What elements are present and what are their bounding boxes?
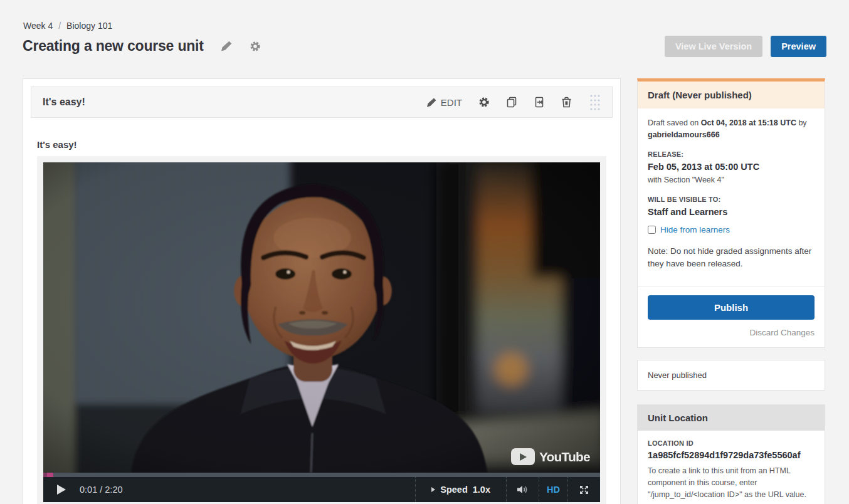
- speed-control[interactable]: Speed 1.0x: [415, 477, 506, 502]
- draft-saved-connector: by: [796, 118, 807, 127]
- release-date: Feb 05, 2013 at 05:00 UTC: [648, 160, 815, 174]
- component-settings-gear-icon[interactable]: [478, 97, 490, 108]
- edit-button[interactable]: EDIT: [427, 97, 462, 108]
- youtube-logo-icon: [511, 448, 535, 465]
- draft-saved-user: gabrieldamours666: [648, 130, 720, 139]
- hide-from-learners-row[interactable]: Hide from learners: [648, 224, 815, 236]
- youtube-logo-text: YouTube: [539, 449, 590, 465]
- unit-location-body: LOCATION ID 1a985fcf52894d1f9729da73fe55…: [638, 431, 825, 504]
- draft-status-box: Draft (Never published) Draft saved on O…: [637, 78, 825, 348]
- time-display: 0:01 / 2:20: [80, 477, 123, 502]
- fullscreen-icon: [579, 485, 589, 495]
- unit-content-container: It's easy! EDIT: [23, 78, 621, 504]
- draft-status-body: Draft saved on Oct 04, 2018 at 15:18 UTC…: [638, 108, 825, 277]
- location-id-value: 1a985fcf52894d1f9729da73fe5560af: [648, 450, 815, 460]
- draft-saved-prefix: Draft saved on: [648, 118, 701, 127]
- page-title: Creating a new course unit: [23, 38, 204, 55]
- speed-value: 1.0x: [473, 485, 490, 495]
- move-icon[interactable]: [534, 97, 545, 108]
- volume-button[interactable]: [506, 477, 539, 502]
- hide-from-learners-checkbox[interactable]: [648, 226, 656, 234]
- video-player: YouTube 0:01 / 2:20 Speed 1.0x: [37, 156, 606, 504]
- speed-chevron-icon: [431, 487, 435, 492]
- progress-handle[interactable]: [47, 473, 53, 477]
- unit-location-box: Unit Location LOCATION ID 1a985fcf52894d…: [637, 404, 825, 504]
- video-frame[interactable]: YouTube: [43, 162, 600, 473]
- play-button[interactable]: [43, 477, 80, 502]
- header-actions: View Live Version Preview: [665, 36, 826, 57]
- page-title-row: Creating a new course unit: [23, 38, 261, 55]
- edit-button-label: EDIT: [441, 97, 462, 108]
- publish-button[interactable]: Publish: [648, 295, 815, 320]
- published-status-box: Never published: [637, 360, 825, 391]
- play-icon: [57, 485, 66, 495]
- delete-trash-icon[interactable]: [561, 97, 572, 108]
- hide-from-learners-label: Hide from learners: [660, 224, 730, 236]
- video-display-name: It's easy!: [37, 139, 606, 150]
- view-live-version-button[interactable]: View Live Version: [665, 36, 762, 57]
- draft-saved-line: Draft saved on Oct 04, 2018 at 15:18 UTC…: [648, 117, 815, 141]
- release-section: with Section "Week 4": [648, 174, 815, 186]
- published-status-text: Never published: [648, 370, 707, 380]
- graded-assignments-note: Note: Do not hide graded assignments aft…: [648, 245, 815, 270]
- visibility-value: Staff and Learners: [648, 206, 815, 219]
- preview-button[interactable]: Preview: [771, 36, 826, 57]
- volume-icon: [516, 484, 529, 495]
- visibility-label: WILL BE VISIBLE TO:: [648, 194, 815, 205]
- component-body: It's easy!: [23, 125, 620, 504]
- video-controls: 0:01 / 2:20 Speed 1.0x HD: [43, 477, 600, 502]
- unit-location-title: Unit Location: [638, 405, 825, 431]
- controls-right: Speed 1.0x HD: [415, 477, 600, 502]
- youtube-watermark[interactable]: YouTube: [511, 448, 590, 465]
- video-progress-bar[interactable]: [43, 473, 600, 477]
- pencil-icon: [427, 98, 436, 107]
- component-title: It's easy!: [43, 97, 85, 108]
- fullscreen-button[interactable]: [567, 477, 600, 502]
- component-header: It's easy! EDIT: [31, 87, 613, 118]
- publish-area: Publish Discard Changes: [638, 286, 825, 347]
- breadcrumb: Week 4 / Biology 101: [23, 21, 112, 31]
- hd-label: HD: [547, 485, 560, 495]
- edit-title-pencil-icon[interactable]: [221, 41, 232, 51]
- draft-status-title: Draft (Never published): [638, 81, 825, 108]
- hd-toggle[interactable]: HD: [539, 477, 567, 502]
- unit-settings-gear-icon[interactable]: [250, 41, 261, 52]
- discard-changes-link[interactable]: Discard Changes: [648, 328, 815, 337]
- release-label: RELEASE:: [648, 149, 815, 160]
- draft-saved-date: Oct 04, 2018 at 15:18 UTC: [701, 118, 796, 127]
- duplicate-icon[interactable]: [506, 97, 517, 108]
- video-still-image: [43, 162, 600, 473]
- breadcrumb-separator: /: [58, 21, 61, 31]
- breadcrumb-subsection-link[interactable]: Biology 101: [66, 21, 112, 31]
- component-actions: EDIT: [427, 93, 601, 111]
- location-help-text: To create a link to this unit from an HT…: [648, 465, 815, 500]
- location-id-label: LOCATION ID: [648, 439, 815, 447]
- drag-handle[interactable]: [589, 93, 601, 111]
- speed-label: Speed: [440, 485, 468, 495]
- breadcrumb-section-link[interactable]: Week 4: [23, 21, 53, 31]
- publish-sidebar: Draft (Never published) Draft saved on O…: [637, 78, 825, 504]
